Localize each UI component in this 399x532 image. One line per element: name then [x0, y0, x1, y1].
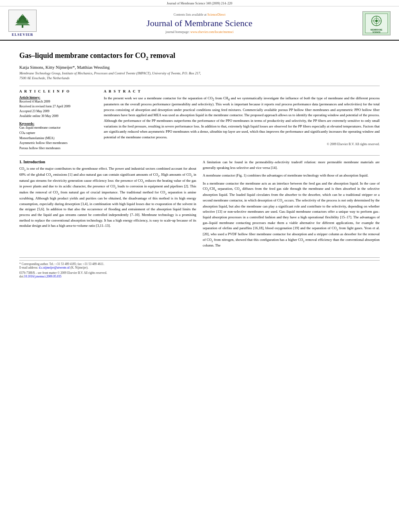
- header-center: Contents lists available at ScienceDirec…: [39, 13, 360, 34]
- sciencedirect-link[interactable]: ScienceDirect: [208, 13, 226, 16]
- elsevier-logo: ELSEVIER: [6, 10, 39, 37]
- svg-point-5: [26, 19, 28, 21]
- available-online: Available online 30 May 2009: [19, 114, 96, 119]
- abstract-title: A B S T R A C T: [104, 89, 380, 93]
- article-history: Article history: Received 4 March 2009 R…: [19, 96, 96, 119]
- right-paragraph-3: In a membrane contactor the membrane act…: [203, 181, 380, 249]
- journal-logo-box: MEMBRANE SCIENCE: [362, 11, 391, 35]
- keyword-1: Gas–liquid membrane contactor: [19, 125, 96, 131]
- svg-text:SCIENCE: SCIENCE: [372, 31, 380, 33]
- footnote-email: E-mail address: d.c.nijmeijer@utwente.nl…: [19, 266, 380, 269]
- affiliation: Membrane Technology Group, Institute of …: [19, 71, 380, 81]
- article-body: Gas–liquid membrane contactors for CO2 r…: [0, 41, 399, 282]
- issn-line: 0376-7388/$ – see front matter © 2009 El…: [19, 271, 380, 275]
- abstract-text: In the present work we use a membrane co…: [104, 96, 380, 140]
- journal-title-header: Journal of Membrane Science: [39, 18, 360, 29]
- received-revised: Received in revised form 27 April 2009: [19, 104, 96, 109]
- article-info-panel: A R T I C L E I N F O Article history: R…: [19, 89, 96, 151]
- history-head: Article history:: [19, 96, 40, 99]
- journal-reference-text: Journal of Membrane Science 340 (2009) 2…: [167, 2, 232, 5]
- doi-link[interactable]: 10.1016/j.memsci.2009.05.035: [24, 275, 62, 278]
- article-footer: * Corresponding author. Tel.: +31 53 489…: [19, 257, 380, 278]
- journal-logo-right: MEMBRANE SCIENCE: [360, 11, 393, 35]
- svg-point-4: [17, 19, 19, 21]
- received-1: Received 4 March 2009: [19, 99, 96, 104]
- divider-1: [19, 86, 380, 86]
- svg-text:MEMBRANE: MEMBRANE: [370, 29, 383, 31]
- section-1-title: 1. Introduction: [19, 160, 196, 164]
- journal-header: ELSEVIER Contents lists available at Sci…: [0, 6, 399, 41]
- keyword-3: Monoethanolamine (MEA): [19, 136, 96, 141]
- svg-point-6: [22, 14, 23, 16]
- keyword-5: Porous hollow fiber membranes: [19, 146, 96, 151]
- elsevier-tree-icon: [12, 13, 33, 29]
- copyright-line: © 2009 Elsevier B.V. All rights reserved…: [104, 142, 380, 146]
- keyword-4: Asymmetric hollow fiber membranes: [19, 141, 96, 146]
- article-info-abstract-section: A R T I C L E I N F O Article history: R…: [19, 89, 380, 151]
- article-title: Gas–liquid membrane contactors for CO2 r…: [19, 51, 380, 62]
- email-link[interactable]: d.c.nijmeijer@utwente.nl: [39, 266, 70, 269]
- elsevier-logo-box: [8, 10, 37, 32]
- footnote-corresponding: * Corresponding author. Tel.: +31 53 489…: [19, 262, 380, 266]
- keywords-section: Keywords: Gas–liquid membrane contactor …: [19, 122, 96, 151]
- right-paragraph-2: A membrane contactor (Fig. 1) combines t…: [203, 173, 380, 179]
- right-paragraph-1: A limitation can be found in the permeab…: [203, 160, 380, 170]
- accepted: Accepted 23 May 2009: [19, 109, 96, 114]
- elsevier-label-text: ELSEVIER: [12, 33, 33, 37]
- authors-line: Katja Simons, Kitty Nijmeijer*, Matthias…: [19, 65, 380, 70]
- doi-line: doi:10.1016/j.memsci.2009.05.035: [19, 275, 380, 278]
- main-col-left: 1. Introduction CO2 is one of the major …: [19, 160, 196, 251]
- membrane-science-logo-icon: MEMBRANE SCIENCE: [364, 13, 389, 34]
- abstract-panel: A B S T R A C T In the present work we u…: [104, 89, 380, 151]
- main-col-right: A limitation can be found in the permeab…: [203, 160, 380, 251]
- article-info-title: A R T I C L E I N F O: [19, 89, 96, 93]
- divider-2: [19, 155, 380, 156]
- journal-reference-bar: Journal of Membrane Science 340 (2009) 2…: [0, 0, 399, 6]
- contents-line: Contents lists available at ScienceDirec…: [39, 13, 360, 16]
- footer-divider: [19, 260, 380, 261]
- journal-homepage: journal homepage: www.elsevier.com/locat…: [39, 30, 360, 34]
- main-content-two-col: 1. Introduction CO2 is one of the major …: [19, 160, 380, 251]
- homepage-url[interactable]: www.elsevier.com/locate/memsci: [190, 30, 233, 34]
- intro-paragraph-1: CO2 is one of the major contributors to …: [19, 166, 196, 229]
- keywords-head: Keywords:: [19, 122, 34, 125]
- keyword-2: CO₂ capture: [19, 131, 96, 136]
